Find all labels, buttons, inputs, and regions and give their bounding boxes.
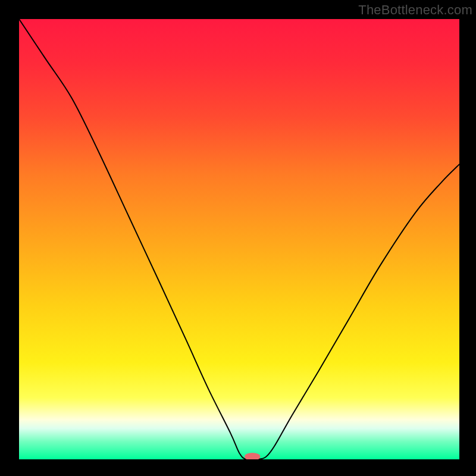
gradient-background bbox=[19, 19, 459, 459]
chart-svg bbox=[19, 19, 459, 459]
plot-area bbox=[19, 19, 459, 459]
chart-frame: TheBottleneck.com bbox=[0, 0, 476, 476]
watermark-text: TheBottleneck.com bbox=[358, 2, 472, 18]
